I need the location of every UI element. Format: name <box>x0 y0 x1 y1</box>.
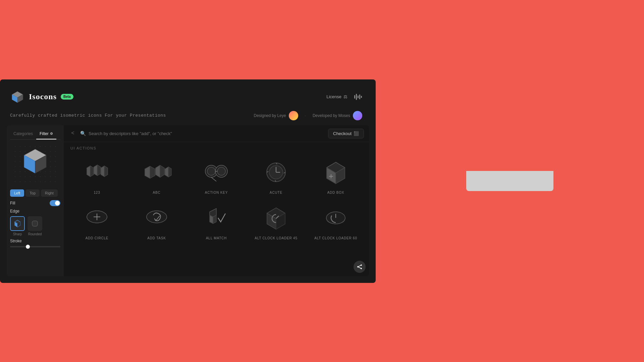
svg-point-19 <box>20 151 21 152</box>
view-top-button[interactable]: Top <box>25 189 40 197</box>
edge-section: Edge Sharp <box>10 209 60 236</box>
svg-point-74 <box>25 181 26 182</box>
stroke-section: Stroke <box>10 239 60 247</box>
checkout-icon: ⬛ <box>354 131 359 136</box>
tab-categories[interactable]: Categories <box>10 129 36 139</box>
svg-point-68 <box>40 176 41 177</box>
svg-point-69 <box>45 176 46 177</box>
fill-toggle[interactable] <box>50 200 60 206</box>
checkout-button[interactable]: Checkout ⬛ <box>328 129 364 138</box>
icon-card-acute[interactable]: ACUTE <box>246 153 306 198</box>
svg-rect-7 <box>359 95 360 99</box>
svg-marker-132 <box>213 215 216 224</box>
svg-line-145 <box>358 267 361 268</box>
svg-point-60 <box>45 171 46 172</box>
svg-point-56 <box>25 171 26 172</box>
sidebar: Categories Filter ⚙ // Will generate via… <box>7 125 64 276</box>
author-moses: Developed by Moses <box>313 111 362 120</box>
edge-label: Edge <box>10 209 60 214</box>
icon-label-acute: ACUTE <box>270 191 282 194</box>
icon-visual-alt-clock-45 <box>259 203 293 234</box>
icon-label-123: 123 <box>94 191 100 194</box>
stroke-thumb <box>26 245 30 249</box>
edge-sharp-option[interactable]: Sharp <box>10 216 25 236</box>
svg-marker-91 <box>90 166 94 177</box>
svg-point-45 <box>15 166 16 167</box>
svg-rect-5 <box>356 94 357 100</box>
svg-point-71 <box>55 176 56 177</box>
authors: Designed by Leye · Developed by Moses <box>254 111 362 120</box>
svg-point-12 <box>30 146 31 147</box>
svg-point-75 <box>30 181 31 182</box>
svg-point-54 <box>15 171 16 172</box>
separator: · <box>305 113 306 118</box>
svg-point-64 <box>20 176 21 177</box>
icon-card-all-match[interactable]: ALL MATCH <box>186 198 246 244</box>
icon-card-alt-clock-60[interactable]: ALT CLOCK LOADER 60 <box>306 198 366 244</box>
svg-rect-6 <box>358 96 359 98</box>
stroke-slider[interactable] <box>10 246 60 247</box>
back-button[interactable]: < <box>69 130 77 136</box>
svg-marker-94 <box>97 165 101 176</box>
license-button[interactable]: License ⚖ <box>326 94 347 99</box>
designed-by-label: Designed by Leye <box>254 113 286 118</box>
icon-visual-acute <box>259 158 293 188</box>
view-buttons: Left Top Right <box>10 189 60 197</box>
svg-rect-4 <box>354 95 355 99</box>
svg-point-66 <box>30 176 31 177</box>
waveform-icon[interactable] <box>354 94 362 100</box>
svg-point-78 <box>45 181 46 182</box>
svg-point-20 <box>25 151 26 152</box>
svg-point-76 <box>35 181 36 182</box>
filter-icon: ⚙ <box>50 132 53 135</box>
svg-point-11 <box>25 146 26 147</box>
search-input-wrap: 🔍 <box>80 131 325 136</box>
svg-point-110 <box>217 167 225 175</box>
svg-point-61 <box>50 171 51 172</box>
svg-point-43 <box>50 161 51 162</box>
svg-line-112 <box>211 177 216 181</box>
icon-card-action-key[interactable]: ACTION KEY <box>186 153 246 198</box>
logo-area: Isocons Beta <box>10 89 73 104</box>
icon-label-alt-clock-60: ALT CLOCK LOADER 60 <box>314 236 357 240</box>
svg-point-34 <box>50 156 51 157</box>
content-area: < 🔍 Checkout ⬛ UI ACTIONS <box>64 125 369 276</box>
share-button[interactable] <box>354 261 366 273</box>
svg-marker-97 <box>104 166 108 177</box>
svg-point-24 <box>45 151 46 152</box>
svg-marker-103 <box>160 165 164 177</box>
search-input[interactable] <box>89 131 325 136</box>
monitor-stand <box>466 171 553 191</box>
logo-icon <box>10 89 25 104</box>
icon-visual-add-box <box>319 158 353 188</box>
svg-point-67 <box>35 176 36 177</box>
header-right: License ⚖ <box>326 94 362 100</box>
svg-marker-96 <box>101 166 104 177</box>
icon-card-abc[interactable]: ABC <box>127 153 186 198</box>
edge-options: Sharp Rounded <box>10 216 60 236</box>
beta-badge: Beta <box>61 94 73 100</box>
search-bar: < 🔍 Checkout ⬛ <box>64 125 369 142</box>
author-leye: Designed by Leye <box>254 111 298 120</box>
svg-point-16 <box>50 146 51 147</box>
icon-visual-action-key <box>200 158 233 188</box>
icon-card-add-circle[interactable]: ADD CIRCLE <box>67 198 127 244</box>
view-right-button[interactable]: Right <box>41 189 58 197</box>
icon-card-add-box[interactable]: ADD BOX <box>306 153 366 198</box>
icon-grid: 123 <box>64 153 369 244</box>
svg-point-15 <box>45 146 46 147</box>
icon-card-123[interactable]: 123 <box>67 153 127 198</box>
edge-rounded-option[interactable]: Rounded <box>28 216 42 236</box>
svg-point-62 <box>55 171 56 172</box>
svg-rect-8 <box>361 96 362 98</box>
view-left-button[interactable]: Left <box>10 189 24 197</box>
tab-filter[interactable]: Filter ⚙ <box>36 129 56 139</box>
icon-card-alt-clock-45[interactable]: ALT CLOCK LOADER 45 <box>246 198 306 244</box>
main-area: Categories Filter ⚙ // Will generate via… <box>7 125 369 276</box>
icon-card-add-task[interactable]: ADD TASK <box>127 198 186 244</box>
svg-point-73 <box>20 181 21 182</box>
svg-marker-93 <box>94 165 97 176</box>
icon-label-all-match: ALL MATCH <box>206 236 227 240</box>
svg-point-26 <box>55 151 56 152</box>
icon-label-add-task: ADD TASK <box>147 236 166 240</box>
